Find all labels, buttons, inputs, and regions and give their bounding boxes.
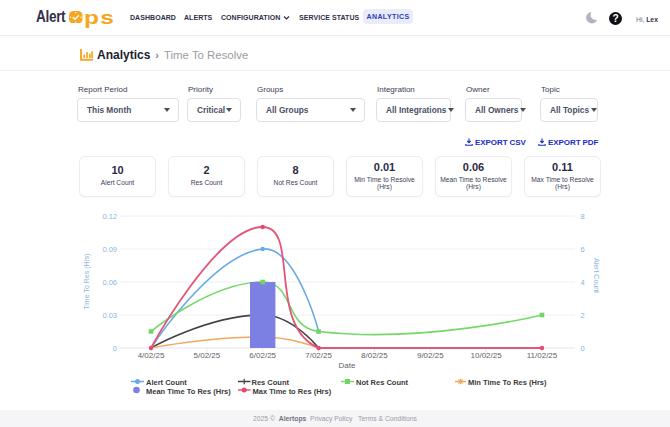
svg-text:5/02/25: 5/02/25 bbox=[194, 351, 221, 360]
svg-text:7/02/25: 7/02/25 bbox=[305, 351, 332, 360]
svg-text:4/02/25: 4/02/25 bbox=[138, 351, 165, 360]
svg-text:0: 0 bbox=[113, 344, 117, 353]
svg-text:8: 8 bbox=[581, 212, 585, 221]
svg-text:9/02/25: 9/02/25 bbox=[417, 351, 444, 360]
svg-text:0.03: 0.03 bbox=[102, 311, 117, 320]
svg-text:6: 6 bbox=[581, 245, 585, 254]
svg-text:4: 4 bbox=[581, 278, 585, 287]
svg-text:0.06: 0.06 bbox=[102, 278, 117, 287]
svg-text:2: 2 bbox=[581, 311, 585, 320]
svg-text:0.12: 0.12 bbox=[102, 212, 117, 221]
svg-text:Time To Res (Hrs): Time To Res (Hrs) bbox=[83, 253, 91, 309]
svg-text:6/02/25: 6/02/25 bbox=[249, 351, 276, 360]
svg-text:11/02/25: 11/02/25 bbox=[527, 351, 558, 360]
svg-text:Date: Date bbox=[339, 361, 356, 370]
svg-text:8/02/25: 8/02/25 bbox=[361, 351, 388, 360]
svg-text:0.09: 0.09 bbox=[102, 245, 117, 254]
svg-text:10/02/25: 10/02/25 bbox=[471, 351, 503, 360]
svg-text:0: 0 bbox=[581, 344, 585, 353]
svg-text:Alert Count: Alert Count bbox=[593, 258, 600, 293]
